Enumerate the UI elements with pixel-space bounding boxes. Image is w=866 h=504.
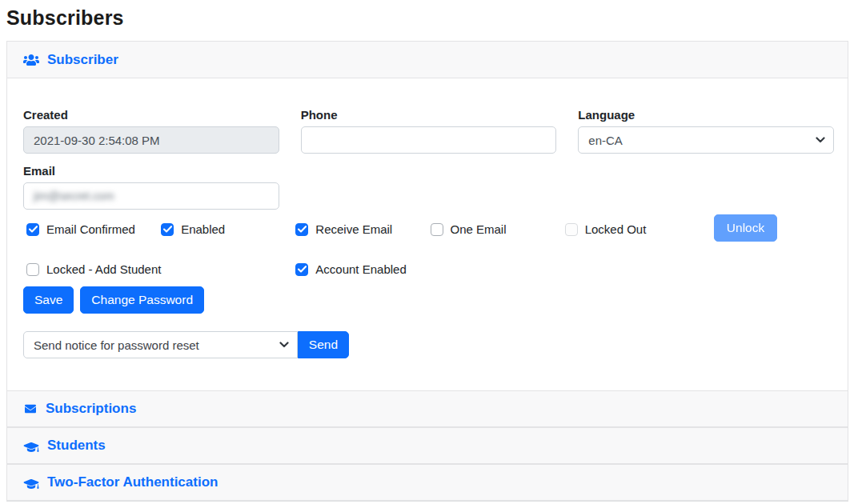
checkbox-locked-add-student[interactable]: Locked - Add Student [26,262,295,276]
envelope-icon [23,403,38,414]
accordion-header-two-factor[interactable]: Two-Factor Authentication [7,464,848,501]
checkbox-box[interactable] [431,223,443,236]
change-password-button[interactable]: Change Password [80,286,204,314]
checkbox-label: Locked - Add Student [46,262,161,276]
subscriber-accordion: Subscriber Created Phone Language en-CA [6,41,848,502]
checkbox-box[interactable] [26,223,39,236]
checkbox-label: Account Enabled [315,262,406,276]
checkbox-label: Locked Out [585,222,647,236]
phone-label: Phone [301,108,557,122]
checkbox-label: One Email [451,222,507,236]
email-redacted-value: jim@secret.com [34,190,114,202]
subscriber-panel-body: Created Phone Language en-CA [7,78,848,390]
checkbox-receive-email[interactable]: Receive Email [295,222,430,236]
users-icon [23,54,39,66]
accordion-header-subscriber[interactable]: Subscriber [7,42,848,78]
checkbox-one-email[interactable]: One Email [431,222,565,236]
checkbox-box[interactable] [295,263,308,276]
language-select[interactable]: en-CA [578,126,834,154]
graduation-cap-icon [23,477,39,489]
notice-select[interactable]: Send notice for password reset [23,331,298,358]
accordion-header-subscriptions[interactable]: Subscriptions [7,390,848,427]
email-label: Email [23,164,279,178]
checkbox-label: Receive Email [315,222,392,236]
checkbox-label: Email Confirmed [46,222,135,236]
page-title: Subscribers [6,6,860,30]
accordion-title-subscriptions: Subscriptions [46,401,136,417]
email-field-group: Email jim@secret.com [23,164,279,210]
checkbox-box[interactable] [26,263,39,276]
checkbox-email-confirmed[interactable]: Email Confirmed [26,222,161,236]
checkbox-box[interactable] [295,223,308,236]
phone-field-group: Phone [301,108,557,154]
phone-input[interactable] [301,126,557,154]
checkbox-enabled[interactable]: Enabled [161,222,295,236]
accordion-title-two-factor: Two-Factor Authentication [47,474,218,490]
created-input [23,126,279,154]
checkbox-box[interactable] [161,223,174,236]
checkbox-locked-out: Locked Out [565,222,700,236]
language-field-group: Language en-CA [578,108,834,154]
accordion-title-subscriber: Subscriber [47,52,118,68]
unlock-button[interactable]: Unlock [714,214,777,242]
email-input[interactable]: jim@secret.com [23,182,279,210]
created-label: Created [23,108,279,122]
accordion-title-students: Students [47,438,106,454]
checkbox-account-enabled[interactable]: Account Enabled [295,262,430,276]
graduation-cap-icon [23,440,39,452]
created-field-group: Created [23,108,279,154]
send-button[interactable]: Send [298,331,349,358]
save-button[interactable]: Save [23,286,74,314]
accordion-header-students[interactable]: Students [7,427,848,464]
checkbox-box [565,223,578,236]
language-label: Language [578,108,834,122]
checkbox-label: Enabled [181,222,225,236]
